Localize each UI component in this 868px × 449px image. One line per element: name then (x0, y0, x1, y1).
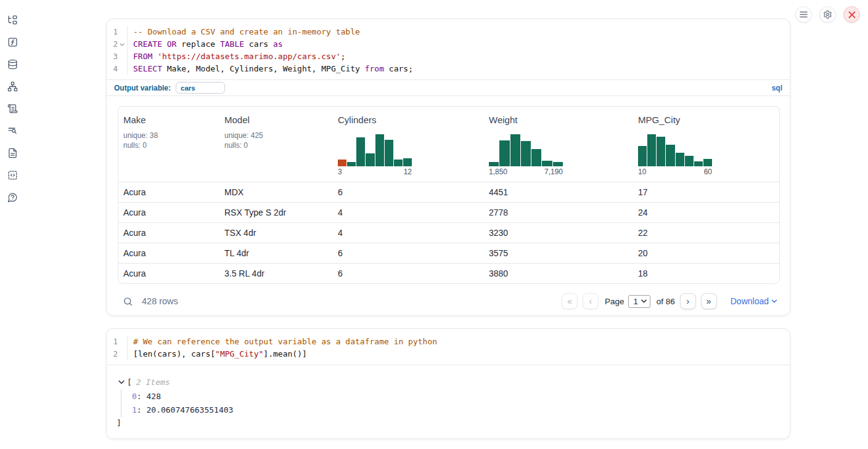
python-cell: 1# We can reference the output variable … (106, 328, 790, 439)
histogram-bar (553, 162, 563, 166)
code-text: # We can reference the output variable a… (128, 336, 437, 348)
table-cell: 22 (633, 228, 780, 238)
table-cell: TSX 4dr (219, 228, 333, 238)
table-row: AcuraTSX 4dr4323022 (118, 222, 779, 243)
page-label: Page (605, 297, 624, 306)
table-cell: 3575 (484, 248, 633, 258)
code-line: 3FROM 'https://datasets.marimo.app/cars.… (107, 51, 790, 63)
histogram-bar (685, 156, 694, 166)
table-footer: 428 rows « ‹ Page 1 of 86 › » Download (118, 288, 779, 310)
line-number: 3 (107, 51, 128, 63)
column-title[interactable]: Make (123, 115, 215, 125)
table-cell: Acura (118, 269, 219, 278)
mpg-city-histogram: 10 60 (638, 134, 712, 176)
weight-histogram: 1,850 7,190 (489, 134, 563, 176)
document-icon[interactable] (7, 148, 18, 158)
table-cell: 6 (333, 187, 484, 197)
language-badge[interactable]: sql (772, 84, 782, 92)
table-cell: TL 4dr (219, 248, 333, 258)
scroll-icon[interactable] (7, 103, 18, 114)
column-title[interactable]: Weight (489, 115, 628, 125)
code-text: CREATE OR replace TABLE cars as (128, 38, 283, 51)
python-code-editor[interactable]: 1# We can reference the output variable … (107, 329, 790, 365)
column-title[interactable]: Model (224, 115, 328, 125)
histogram-bar (375, 134, 384, 166)
sql-code-editor[interactable]: 1-- Download a CSV and create an in-memo… (107, 19, 790, 79)
search-icon[interactable] (123, 296, 133, 307)
hist-min-label: 3 (338, 168, 342, 176)
table-cell: 24 (633, 208, 780, 217)
chevron-down-icon (771, 299, 777, 303)
histogram-bar (338, 160, 346, 166)
tree-expander-icon[interactable] (118, 380, 125, 384)
page-select[interactable]: 1 (628, 295, 650, 308)
table-row: AcuraRSX Type S 2dr4277824 (118, 202, 779, 222)
snippets-icon[interactable] (7, 170, 18, 180)
next-page-button[interactable]: › (680, 293, 696, 309)
code-text: FROM 'https://datasets.marimo.app/cars.c… (128, 51, 345, 63)
column-header-model: Model unique: 425 nulls: 0 (219, 107, 333, 182)
tree-close-bracket: ] (117, 417, 790, 429)
row-count: 428 rows (142, 296, 178, 306)
logs-search-icon[interactable] (7, 126, 18, 136)
first-page-button[interactable]: « (562, 293, 578, 309)
download-button[interactable]: Download (731, 296, 777, 306)
table-cell: 6 (333, 269, 484, 278)
table-cell: Acura (118, 208, 219, 217)
python-output-tree: [ 2 Items 0: 4281: 20.060747663551403 ] (107, 365, 790, 429)
histogram-bar (542, 161, 552, 166)
page-total-label: of 86 (657, 297, 675, 306)
gear-icon[interactable] (819, 6, 836, 23)
output-variable-row: Output variable: sql (107, 79, 790, 96)
line-number: 2 (107, 348, 128, 360)
code-line: 4SELECT Make, Model, Cylinders, Weight, … (107, 63, 790, 75)
histogram-bar (489, 162, 499, 166)
table-header-row: Make unique: 38 nulls: 0 Model unique: 4… (118, 107, 779, 182)
code-line: 2CREATE OR replace TABLE cars as (107, 38, 790, 51)
file-tree-icon[interactable] (7, 15, 18, 25)
dependency-graph-icon[interactable] (7, 81, 18, 92)
histogram-bar (385, 140, 393, 166)
output-variable-input[interactable] (176, 82, 225, 94)
table-cell: 20 (633, 248, 780, 258)
column-title[interactable]: MPG_City (638, 115, 776, 125)
help-icon[interactable] (7, 192, 18, 203)
histogram-bar (403, 158, 412, 166)
histogram-bar (647, 134, 656, 166)
table-cell: 4451 (484, 187, 633, 197)
histogram-bar (703, 159, 712, 166)
column-title[interactable]: Cylinders (338, 115, 479, 125)
histogram-bar (666, 145, 674, 166)
hist-min-label: 10 (638, 168, 646, 176)
tree-open-bracket: [ (127, 378, 132, 387)
menu-icon[interactable] (795, 6, 812, 23)
pagination: « ‹ Page 1 of 86 › » Download (557, 293, 777, 309)
hist-max-label: 7,190 (544, 168, 563, 176)
histogram-bar (510, 134, 520, 166)
tree-item-count: 2 Items (136, 378, 170, 387)
histogram-bar (694, 161, 703, 166)
histogram-bar (347, 162, 356, 166)
column-header-make: Make unique: 38 nulls: 0 (118, 107, 219, 182)
topbar-controls (795, 6, 860, 23)
histogram-bar (657, 137, 665, 166)
sql-cell: 1-- Download a CSV and create an in-memo… (106, 18, 790, 316)
last-page-button[interactable]: » (701, 293, 717, 309)
output-variable-label: Output variable: (114, 84, 171, 92)
prev-page-button[interactable]: ‹ (583, 293, 599, 309)
function-square-icon[interactable] (7, 37, 18, 47)
table-cell: 4 (333, 208, 484, 217)
table-cell: Acura (118, 228, 219, 238)
table-cell: 3230 (484, 228, 633, 238)
close-icon[interactable] (843, 6, 860, 23)
database-icon[interactable] (7, 59, 18, 70)
chevron-down-icon (641, 299, 647, 303)
code-text: -- Download a CSV and create an in-memor… (128, 26, 360, 38)
table-cell: 3880 (484, 269, 633, 278)
histogram-bar (394, 160, 403, 166)
line-number: 1 (107, 336, 128, 348)
histogram-bar (521, 141, 531, 166)
histogram-bar (499, 140, 509, 166)
hist-max-label: 60 (704, 168, 712, 176)
fold-chevron-icon[interactable] (118, 43, 126, 46)
